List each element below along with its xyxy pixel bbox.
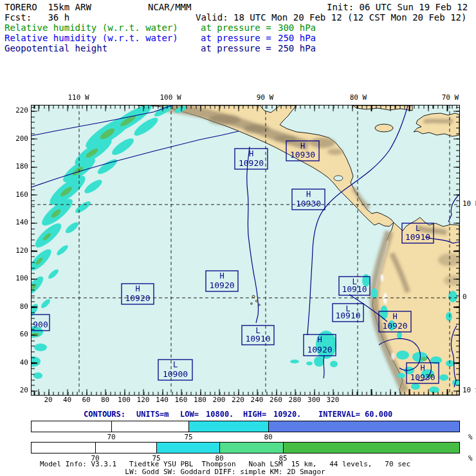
pressure-center-value: 10930 [296,199,321,208]
bottom-axis-label: 100 [118,396,131,403]
colorbar-segment [220,443,284,453]
pressure-center-value: 10900 [163,369,188,379]
left-axis-label: 180 [15,163,28,170]
top-axis-label: 90 W [257,94,274,101]
left-axis-label: 160 [15,191,28,198]
pressure-center-letter: H [135,284,140,293]
left-axis-label: 200 [15,135,28,142]
field-2-name: Relative humidity (w.r.t. water) [5,33,178,42]
pressure-center-value: 10910 [245,334,270,343]
pressure-center-value: 10920 [382,321,407,331]
colorbar-unit-label: % [468,433,473,441]
colorbar-unit-label: % [468,454,473,462]
pressure-center-value: 900 [33,320,48,329]
left-axis-label: 220 [15,107,28,114]
top-axis-label: 110 W [68,94,89,101]
right-axis-label: 0 [462,293,467,300]
right-axis-label: 10 S [462,387,476,394]
contours-title: CONTOURS: [84,410,125,419]
top-axis-label: 100 W [160,94,181,101]
pressure-center-letter: H [317,335,322,344]
colorbar-segment [112,421,189,432]
colorbar-tick-label: 75 [184,433,192,441]
field-2-value: 250 hPa [278,33,316,42]
top-axis-label: 80 W [350,94,367,101]
pressure-center-letter: H [300,142,305,151]
bottom-axis-label: 180 [194,396,206,403]
pressure-center-letter: L [173,360,178,369]
pressure-center-value: 10920 [125,293,150,303]
colorbar-segment [32,443,96,453]
high-value: 10920. [273,410,301,419]
colorbar-rh250 [31,421,460,432]
wrf-forecast-plot: TORERO 15km ARW NCAR/MMM Init: 06 UTC Su… [0,0,476,476]
pressure-center-value: 10930 [410,372,435,382]
pressure-center-letter: H [249,149,253,158]
colorbar-segment [32,421,112,432]
model-info-line2: LW: Godd SW: Goddard DIFF: simple KM: 2D… [125,468,325,476]
bottom-axis-label: 220 [232,396,244,403]
left-axis-label: 120 [15,247,28,254]
pressure-center-letter: H [306,190,311,199]
colorbar-rh300 [31,442,460,453]
valid-time: Valid: 18 UTC Mon 20 Feb 12 (12 CST Mon … [196,13,466,22]
pressure-center-value: 10920 [307,345,332,354]
bottom-axis-label: 260 [270,396,282,403]
left-axis-label: 80 [20,303,28,310]
low-value: 10800. [206,410,233,419]
bottom-axis-label: 60 [82,396,90,403]
field-1-at: at pressure = [201,23,271,32]
init-time: Init: 06 UTC Sun 19 Feb 12 [327,3,468,12]
bottom-axis-label: 40 [63,396,71,403]
model-title: TORERO 15km ARW [5,3,91,12]
bottom-axis-label: 120 [137,396,150,403]
bottom-axis-label: 320 [327,396,340,403]
left-axis-label: 100 [15,275,28,282]
contours-units: UNITS=m [136,410,169,419]
pressure-center-letter: H [219,271,224,280]
colorbar-segment [96,443,157,453]
bottom-axis-label: 80 [101,396,109,403]
left-axis-label: 60 [20,331,28,338]
pressure-center-value: 10920 [239,158,264,168]
bottom-axis-label: 240 [251,396,264,403]
colorbar-segment [269,421,459,432]
field-3-at: at pressure = [201,44,271,53]
colorbar-tick-label: 80 [264,433,272,441]
bottom-axis-label: 140 [156,396,169,403]
pressure-center-value: 10920 [209,280,234,290]
map-panel: H10920H10930H10930L10910H10920H10920L109… [31,105,460,396]
org-label: NCAR/MMM [148,3,191,12]
field-3-value: 250 hPa [278,44,316,53]
high-label: HIGH= [243,410,266,419]
jamaica-island [375,124,393,132]
right-axis-label: 10 N [462,200,476,207]
pressure-center-letter: H [392,312,397,321]
colorbar-segment [189,421,269,432]
field-2-at: at pressure = [201,33,271,42]
field-1-name: Relative humidity (w.r.t. water) [5,23,178,32]
left-axis-label: 140 [15,219,28,226]
left-axis-label: 20 [20,387,28,394]
colorbar-segment [284,443,459,453]
field-3-name: Geopotential height [5,44,107,53]
pressure-center-letter: L [416,224,420,233]
bottom-axis-label: 160 [175,396,188,403]
low-label: LOW= [180,410,199,419]
map-canvas: H10920H10930H10930L10910H10920H10920L109… [32,105,459,395]
top-axis-label: 70 W [442,94,459,101]
bottom-axis-label: 200 [213,396,226,403]
field-1-value: 300 hPa [278,23,316,32]
lake [334,176,343,181]
bottom-axis-label: 20 [44,396,52,403]
pressure-center-value: 10910 [342,284,367,294]
colorbar-tick-label: 70 [107,433,115,441]
pressure-center-value: 10910 [335,311,360,320]
bottom-axis-label: 280 [289,396,302,403]
pressure-center-value: 10930 [290,150,315,160]
pressure-center-letter: H [420,363,425,372]
pressure-center-value: 10910 [405,232,430,242]
interval-value: 60.000 [365,410,392,419]
left-axis-label: 40 [20,359,28,366]
bottom-axis-label: 300 [307,396,320,403]
